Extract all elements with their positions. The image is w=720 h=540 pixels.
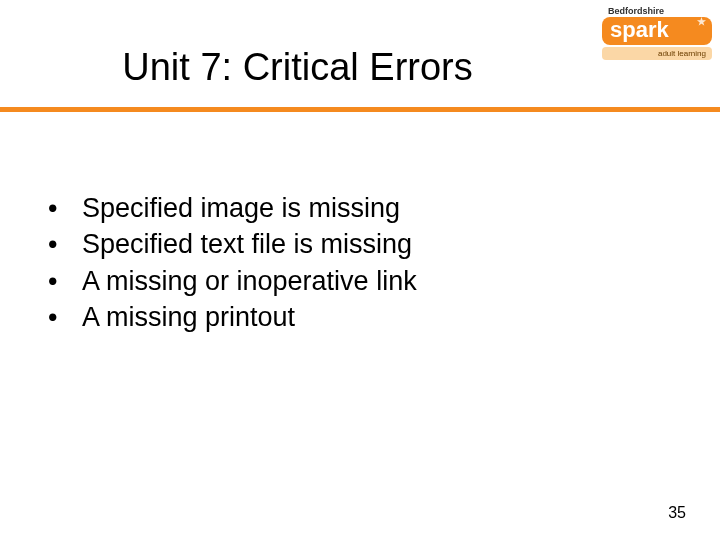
bullet-icon: • bbox=[48, 263, 82, 299]
logo-brand-text: spark bbox=[610, 17, 669, 42]
page-number: 35 bbox=[668, 504, 686, 522]
bullet-list: • Specified image is missing • Specified… bbox=[48, 190, 672, 336]
list-item: • A missing printout bbox=[48, 299, 672, 335]
bullet-icon: • bbox=[48, 299, 82, 335]
bullet-icon: • bbox=[48, 226, 82, 262]
divider bbox=[0, 107, 720, 112]
bullet-text: A missing printout bbox=[82, 299, 295, 335]
list-item: • Specified text file is missing bbox=[48, 226, 672, 262]
logo-brand: spark ★ bbox=[602, 17, 712, 45]
logo-bottom-text: adult learning bbox=[602, 47, 712, 60]
logo-top-text: Bedfordshire bbox=[602, 6, 712, 16]
header: Unit 7: Critical Errors Bedfordshire spa… bbox=[0, 0, 720, 115]
list-item: • Specified image is missing bbox=[48, 190, 672, 226]
star-icon: ★ bbox=[697, 17, 706, 27]
bullet-text: Specified image is missing bbox=[82, 190, 400, 226]
list-item: • A missing or inoperative link bbox=[48, 263, 672, 299]
brand-logo: Bedfordshire spark ★ adult learning bbox=[602, 6, 712, 60]
bullet-text: A missing or inoperative link bbox=[82, 263, 417, 299]
page-title: Unit 7: Critical Errors bbox=[0, 46, 595, 89]
bullet-icon: • bbox=[48, 190, 82, 226]
bullet-text: Specified text file is missing bbox=[82, 226, 412, 262]
